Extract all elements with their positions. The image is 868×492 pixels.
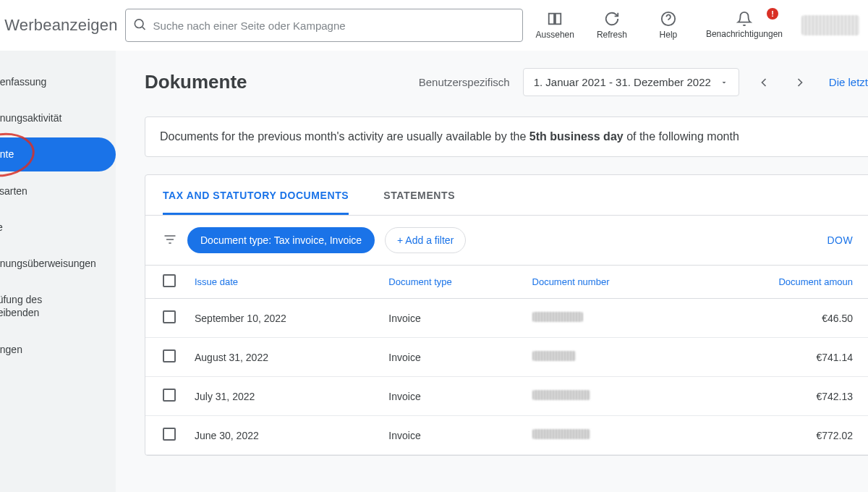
cell-doc-number xyxy=(524,416,692,455)
appearance-button[interactable]: Aussehen xyxy=(536,11,574,40)
cell-amount: €741.14 xyxy=(692,338,868,377)
tabs: TAX AND STATUTORY DOCUMENTS STATEMENTS xyxy=(145,175,868,216)
last-period-link[interactable]: Die letzt xyxy=(829,76,868,88)
filter-chip-doctype[interactable]: Document type: Tax invoice, Invoice xyxy=(187,227,375,253)
table-row[interactable]: August 31, 2022Invoice€741.14 xyxy=(145,338,868,377)
top-bar: gle Werbeanzeigen Aussehen Refresh Help … xyxy=(0,0,868,51)
main: Dokumente Benutzerspezifisch 1. Januar 2… xyxy=(116,51,868,492)
date-range-value: 1. Januar 2021 - 31. Dezember 2022 xyxy=(534,76,711,88)
notifications-label: Benachrichtigungen xyxy=(706,30,783,39)
row-checkbox[interactable] xyxy=(163,389,176,402)
documents-card: TAX AND STATUTORY DOCUMENTS STATEMENTS D… xyxy=(145,174,868,456)
brand: gle Werbeanzeigen xyxy=(0,16,118,35)
svg-line-1 xyxy=(142,27,145,30)
cell-doc-number xyxy=(524,299,692,338)
row-checkbox-cell xyxy=(145,338,186,377)
appearance-label: Aussehen xyxy=(536,30,574,40)
row-checkbox-cell xyxy=(145,299,186,338)
sidebar-item-summary[interactable]: nenfassung xyxy=(0,65,116,98)
cell-doc-type: Invoice xyxy=(380,299,523,338)
select-all-cell xyxy=(145,266,186,299)
cell-doc-type: Invoice xyxy=(380,338,523,377)
sidebar-item-documents[interactable]: ente xyxy=(0,137,116,171)
col-doc-number[interactable]: Document number xyxy=(524,266,692,299)
row-checkbox-cell xyxy=(145,416,186,455)
cell-amount: €772.02 xyxy=(692,416,868,455)
col-doc-type[interactable]: Document type xyxy=(380,266,523,299)
cell-amount: €742.13 xyxy=(692,377,868,416)
refresh-label: Refresh xyxy=(597,30,627,40)
chevron-down-icon xyxy=(720,78,728,87)
tab-tax-docs[interactable]: TAX AND STATUTORY DOCUMENTS xyxy=(163,175,349,215)
cell-amount: €46.50 xyxy=(692,299,868,338)
prev-period-button[interactable] xyxy=(752,71,775,94)
filter-icon[interactable] xyxy=(163,232,177,249)
cell-issue-date: July 31, 2022 xyxy=(186,377,380,416)
sidebar-item-payment-methods[interactable]: ssarten xyxy=(0,174,116,208)
notice-suffix: of the following month xyxy=(624,130,739,143)
cell-issue-date: August 31, 2022 xyxy=(186,338,380,377)
cell-doc-type: Invoice xyxy=(380,416,523,455)
info-banner: Documents for the previous month's activ… xyxy=(145,116,868,157)
layout: nenfassung hnungsaktivität ente ssarten … xyxy=(0,51,868,492)
svg-rect-3 xyxy=(556,14,561,25)
download-button[interactable]: DOW xyxy=(827,234,853,246)
row-checkbox[interactable] xyxy=(163,349,176,362)
refresh-button[interactable]: Refresh xyxy=(593,11,631,40)
sidebar: nenfassung hnungsaktivität ente ssarten … xyxy=(0,51,116,492)
table-row[interactable]: June 30, 2022Invoice€772.02 xyxy=(145,416,868,455)
row-checkbox[interactable] xyxy=(163,310,176,323)
add-filter-button[interactable]: + Add a filter xyxy=(385,227,466,253)
cell-doc-number xyxy=(524,338,692,377)
cell-doc-type: Invoice xyxy=(380,377,523,416)
cell-issue-date: September 10, 2022 xyxy=(186,299,380,338)
alert-badge-icon: ! xyxy=(767,8,778,20)
page-title: Dokumente xyxy=(145,71,247,93)
search-input[interactable] xyxy=(125,9,523,42)
select-all-checkbox[interactable] xyxy=(163,274,176,287)
sidebar-item-label: ente xyxy=(0,148,14,160)
filter-bar: Document type: Tax invoice, Invoice + Ad… xyxy=(145,216,868,265)
row-checkbox[interactable] xyxy=(163,428,176,441)
sidebar-item-advertiser-verification[interactable]: rüfung des reibenden xyxy=(0,283,116,329)
sidebar-item-billing-transfers[interactable]: hnungsüberweisungen xyxy=(0,247,116,280)
col-issue-date[interactable]: Issue date xyxy=(186,266,380,299)
tab-statements[interactable]: STATEMENTS xyxy=(383,175,455,215)
col-amount[interactable]: Document amoun xyxy=(692,266,868,299)
search-icon xyxy=(132,17,147,34)
table-row[interactable]: September 10, 2022Invoice€46.50 xyxy=(145,299,868,338)
sidebar-item-billing-activity[interactable]: hnungsaktivität xyxy=(0,101,116,135)
help-button[interactable]: Help xyxy=(650,11,687,40)
svg-rect-2 xyxy=(549,14,554,25)
redacted-value xyxy=(532,429,590,439)
redacted-value xyxy=(532,351,576,361)
help-label: Help xyxy=(660,30,678,40)
account-chip[interactable] xyxy=(801,15,859,35)
page-header: Dokumente Benutzerspezifisch 1. Januar 2… xyxy=(145,68,868,96)
sidebar-item-accounts[interactable]: te xyxy=(0,211,116,244)
date-range-picker[interactable]: 1. Januar 2021 - 31. Dezember 2022 xyxy=(523,68,739,96)
cell-issue-date: June 30, 2022 xyxy=(186,416,380,455)
cell-doc-number xyxy=(524,377,692,416)
header-tools: Aussehen Refresh Help ! Benachrichtigung… xyxy=(536,11,859,40)
next-period-button[interactable] xyxy=(788,71,812,94)
redacted-value xyxy=(532,390,590,400)
notice-bold: 5th business day xyxy=(529,130,624,143)
notifications-button[interactable]: ! Benachrichtigungen xyxy=(706,11,783,39)
row-checkbox-cell xyxy=(145,377,186,416)
notice-prefix: Documents for the previous month's activ… xyxy=(160,130,529,143)
redacted-value xyxy=(532,312,583,322)
sidebar-item-settings[interactable]: ungen xyxy=(0,333,116,366)
table-row[interactable]: July 31, 2022Invoice€742.13 xyxy=(145,377,868,416)
svg-point-0 xyxy=(135,20,143,28)
range-type-label: Benutzerspezifisch xyxy=(419,76,510,88)
search-wrap xyxy=(125,9,523,42)
documents-table: Issue date Document type Document number… xyxy=(145,265,868,455)
